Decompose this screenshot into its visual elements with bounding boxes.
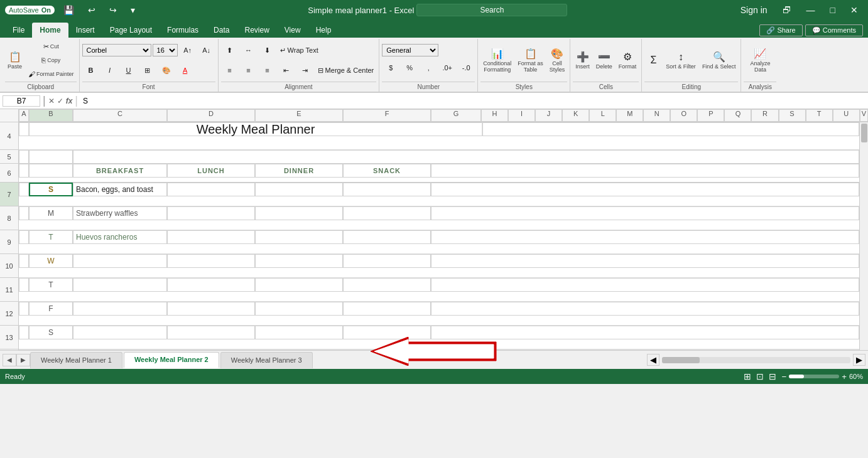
cell-F6-snack[interactable]: SNACK: [343, 164, 431, 178]
paste-button[interactable]: 📋 Paste: [5, 43, 24, 78]
col-header-J[interactable]: J: [535, 109, 562, 122]
row-num-11[interactable]: 11: [0, 278, 18, 302]
cell-B4-title[interactable]: Weekly Meal Planner: [29, 122, 482, 136]
cell-F8[interactable]: [343, 206, 431, 220]
cell-reference-input[interactable]: [3, 95, 40, 107]
row-num-8[interactable]: 8: [0, 206, 18, 230]
tab-data[interactable]: Data: [206, 23, 237, 38]
row-num-5[interactable]: 5: [0, 150, 18, 164]
cell-E12[interactable]: [255, 302, 343, 316]
cell-D11[interactable]: [167, 278, 255, 292]
col-header-K[interactable]: K: [562, 109, 589, 122]
tab-formulas[interactable]: Formulas: [160, 23, 206, 38]
cell-B7-day[interactable]: S: [29, 183, 73, 196]
cell-B13-day[interactable]: S: [29, 326, 73, 339]
increase-decimal-button[interactable]: .0+: [438, 59, 456, 77]
col-header-P[interactable]: P: [697, 109, 724, 122]
zoom-slider[interactable]: [789, 375, 839, 378]
confirm-formula-icon[interactable]: ✓: [57, 97, 63, 105]
col-header-S[interactable]: S: [779, 109, 806, 122]
cell-A9[interactable]: [19, 230, 29, 244]
insert-button[interactable]: ➕ Insert: [573, 43, 592, 78]
font-size-select[interactable]: 16: [153, 44, 178, 56]
comma-button[interactable]: ,: [420, 59, 437, 77]
row-num-12[interactable]: 12: [0, 302, 18, 326]
cell-rest-12[interactable]: [431, 302, 859, 316]
sheet-tab-3[interactable]: Weekly Meal Planner 3: [220, 352, 313, 368]
cell-C8-breakfast[interactable]: Strawberry waffles: [73, 206, 167, 220]
cell-C11[interactable]: [73, 278, 167, 292]
cell-E13[interactable]: [255, 326, 343, 339]
view-page-break-button[interactable]: ⊟: [769, 371, 776, 381]
col-header-B[interactable]: B: [29, 109, 73, 122]
number-format-select[interactable]: General: [382, 44, 438, 56]
restore-button[interactable]: 🗗: [778, 4, 796, 16]
indent-decrease-button[interactable]: ⇤: [278, 61, 295, 79]
find-select-button[interactable]: 🔍 Find & Select: [700, 43, 739, 78]
formula-input[interactable]: [80, 97, 865, 105]
insert-function-icon[interactable]: fx: [66, 97, 73, 105]
signin-button[interactable]: Sign in: [735, 4, 773, 16]
cell-A12[interactable]: [19, 302, 29, 316]
sheet-tab-2[interactable]: Weekly Meal Planner 2: [124, 352, 219, 368]
comments-button[interactable]: 💬 Comments: [805, 24, 863, 36]
merge-center-button[interactable]: ⊟ Merge & Center: [315, 61, 377, 79]
col-header-C[interactable]: C: [73, 109, 167, 122]
hscroll-thumb[interactable]: [662, 357, 700, 363]
indent-increase-button[interactable]: ⇥: [296, 61, 314, 79]
tab-insert[interactable]: Insert: [68, 23, 102, 38]
align-bottom-button[interactable]: ⬇: [259, 41, 276, 59]
tab-file[interactable]: File: [5, 23, 32, 38]
cell-F10[interactable]: [343, 254, 431, 268]
cell-A13[interactable]: [19, 326, 29, 339]
bold-button[interactable]: B: [82, 61, 100, 79]
cell-B9-day[interactable]: T: [29, 230, 73, 244]
tab-help[interactable]: Help: [308, 23, 339, 38]
cell-A7[interactable]: [19, 183, 29, 196]
tab-page-layout[interactable]: Page Layout: [102, 23, 160, 38]
row-num-10[interactable]: 10: [0, 254, 18, 278]
decrease-decimal-button[interactable]: -.0: [457, 59, 475, 77]
conditional-formatting-button[interactable]: 📊 ConditionalFormatting: [480, 43, 514, 78]
col-header-F[interactable]: F: [343, 109, 431, 122]
cell-A6[interactable]: [19, 164, 29, 178]
align-center-button[interactable]: ≡: [240, 61, 258, 79]
format-painter-button[interactable]: 🖌Format Painter: [26, 68, 77, 80]
tab-review[interactable]: Review: [237, 23, 276, 38]
cell-styles-button[interactable]: 🎨 CellStyles: [547, 43, 568, 78]
minimize-button[interactable]: —: [801, 4, 820, 16]
percent-button[interactable]: %: [401, 59, 418, 77]
cell-rest-5[interactable]: [73, 150, 859, 164]
cell-D6-lunch[interactable]: LUNCH: [167, 164, 255, 178]
cell-D8[interactable]: [167, 206, 255, 220]
currency-button[interactable]: $: [382, 59, 399, 77]
col-header-M[interactable]: M: [616, 109, 643, 122]
cell-D9[interactable]: [167, 230, 255, 244]
sum-button[interactable]: Σ: [644, 43, 662, 78]
hscroll-right[interactable]: ▶: [853, 354, 865, 366]
cell-rest-13[interactable]: [431, 326, 859, 339]
align-top-button[interactable]: ⬆: [221, 41, 239, 59]
cell-D7[interactable]: [167, 183, 255, 196]
cancel-formula-icon[interactable]: ✕: [48, 97, 55, 105]
font-grow-button[interactable]: A↑: [179, 41, 197, 59]
cell-C6-breakfast[interactable]: BREAKFAST: [73, 164, 167, 178]
cell-rest-9[interactable]: [431, 230, 859, 244]
cell-rest-7[interactable]: [431, 183, 859, 196]
cell-F13[interactable]: [343, 326, 431, 339]
row-num-9[interactable]: 9: [0, 230, 18, 254]
cell-C9-breakfast[interactable]: Huevos rancheros: [73, 230, 167, 244]
undo-button[interactable]: ↩: [83, 4, 100, 16]
cell-F9[interactable]: [343, 230, 431, 244]
hscroll-left[interactable]: ◀: [647, 354, 659, 366]
align-right-button[interactable]: ≡: [259, 61, 276, 79]
col-header-A[interactable]: A: [19, 109, 29, 122]
cut-button[interactable]: ✂Cut: [26, 40, 77, 53]
cell-E6-dinner[interactable]: DINNER: [255, 164, 343, 178]
cell-E8[interactable]: [255, 206, 343, 220]
view-normal-button[interactable]: ⊞: [744, 371, 751, 381]
tab-home[interactable]: Home: [32, 23, 68, 38]
row-num-6[interactable]: 6: [0, 164, 18, 183]
cell-A8[interactable]: [19, 206, 29, 220]
sort-filter-button[interactable]: ↕ Sort & Filter: [663, 43, 698, 78]
